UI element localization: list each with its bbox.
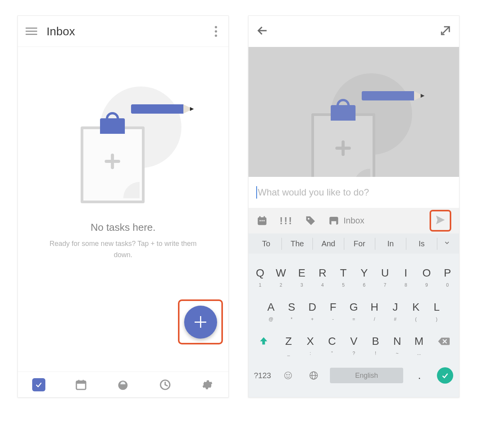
svg-line-8 — [443, 27, 450, 34]
key-backspace[interactable] — [430, 325, 457, 358]
svg-rect-2 — [78, 380, 79, 382]
add-task-button[interactable] — [184, 306, 217, 339]
empty-illustration — [73, 97, 174, 198]
key-language[interactable] — [301, 359, 326, 392]
list-option-label: Inbox — [343, 216, 364, 226]
svg-point-20 — [285, 372, 292, 379]
nav-calendar[interactable] — [73, 377, 89, 393]
key-p[interactable]: P0 — [437, 257, 457, 289]
key-c[interactable]: C" — [321, 325, 342, 358]
empty-title: No tasks here. — [91, 221, 156, 233]
send-button[interactable] — [435, 214, 446, 227]
svg-point-15 — [308, 218, 310, 220]
key-r[interactable]: R4 — [312, 257, 333, 289]
empty-subtitle: Ready for some new tasks? Tap + to write… — [46, 238, 201, 261]
screen-inbox-empty: Inbox No tasks here. Ready for some new … — [17, 16, 229, 398]
svg-rect-17 — [331, 221, 337, 225]
key-n[interactable]: N~ — [387, 325, 408, 358]
keyboard-suggestions: To The And For In Is — [249, 233, 459, 254]
suggestion[interactable]: Is — [406, 238, 437, 250]
svg-point-12 — [263, 220, 265, 221]
key-y[interactable]: Y6 — [354, 257, 375, 289]
key-f[interactable]: F- — [323, 291, 343, 323]
key-z[interactable]: Z_ — [278, 325, 299, 358]
nav-history[interactable] — [157, 377, 173, 393]
suggestion[interactable]: The — [282, 238, 313, 250]
top-bar — [249, 16, 459, 47]
key-symbols[interactable]: ?123 — [250, 359, 275, 392]
key-s[interactable]: S* — [281, 291, 301, 323]
keyboard: Q1W2E3R4T5Y6U7I8O9P0 A@S*D+F-G=H/J#K(L) … — [249, 254, 459, 397]
list-option[interactable]: Inbox — [328, 215, 364, 227]
key-o[interactable]: O9 — [417, 257, 437, 289]
priority-option[interactable]: !!! — [280, 215, 293, 227]
pencil-icon — [131, 104, 197, 114]
key-d[interactable]: D+ — [302, 291, 322, 323]
dimmed-background — [249, 47, 459, 177]
suggestion-more[interactable] — [437, 239, 457, 248]
key-e[interactable]: E3 — [292, 257, 312, 289]
tag-option[interactable] — [305, 215, 316, 227]
plus-icon — [195, 316, 206, 328]
key-j[interactable]: J# — [385, 291, 405, 323]
space-label: English — [330, 368, 403, 383]
suggestion[interactable]: To — [251, 238, 282, 250]
svg-rect-14 — [264, 216, 265, 218]
expand-icon[interactable] — [440, 25, 451, 38]
bottom-nav — [18, 372, 228, 397]
key-shift[interactable] — [250, 325, 277, 358]
task-input-row — [249, 177, 459, 208]
task-input[interactable] — [258, 187, 451, 198]
svg-point-11 — [261, 220, 263, 221]
text-cursor — [256, 186, 257, 199]
key-g[interactable]: G= — [344, 291, 364, 323]
top-bar: Inbox — [18, 16, 228, 47]
key-b[interactable]: B! — [365, 325, 386, 358]
svg-point-21 — [287, 374, 287, 375]
nav-settings[interactable] — [200, 377, 215, 393]
empty-state: No tasks here. Ready for some new tasks?… — [18, 47, 228, 372]
highlight-add-task — [178, 299, 223, 344]
screen-add-task: !!! Inbox To The And For In Is Q1W2E3R4T… — [248, 16, 459, 398]
key-w[interactable]: W2 — [271, 257, 291, 289]
key-k[interactable]: K( — [406, 291, 426, 323]
key-h[interactable]: H/ — [364, 291, 384, 323]
key-emoji[interactable] — [276, 359, 300, 392]
svg-rect-3 — [83, 380, 84, 382]
task-options-row: !!! Inbox — [249, 208, 459, 233]
clipboard-icon — [81, 126, 145, 203]
menu-icon[interactable] — [26, 26, 37, 37]
key-l[interactable]: L) — [427, 291, 447, 323]
key-q[interactable]: Q1 — [250, 257, 270, 289]
key-u[interactable]: U7 — [375, 257, 395, 289]
key-v[interactable]: V? — [343, 325, 364, 358]
key-m[interactable]: M... — [409, 325, 430, 358]
key-enter[interactable] — [433, 359, 457, 392]
highlight-send-task — [430, 210, 451, 232]
page-title: Inbox — [47, 25, 75, 38]
key-i[interactable]: I8 — [396, 257, 416, 289]
key-x[interactable]: X: — [300, 325, 321, 358]
svg-rect-13 — [259, 216, 261, 218]
svg-point-22 — [289, 374, 290, 375]
svg-rect-1 — [76, 381, 86, 384]
date-option[interactable] — [256, 215, 268, 227]
more-icon[interactable] — [211, 26, 221, 37]
back-button[interactable] — [256, 24, 269, 38]
suggestion[interactable]: For — [344, 238, 375, 250]
nav-lists[interactable] — [115, 377, 131, 393]
suggestion[interactable]: In — [375, 238, 406, 250]
key-a[interactable]: A@ — [261, 291, 281, 323]
key-space[interactable]: English — [327, 359, 406, 392]
key-t[interactable]: T5 — [333, 257, 354, 289]
suggestion[interactable]: And — [313, 238, 344, 250]
svg-point-10 — [259, 220, 261, 221]
nav-tasks[interactable] — [31, 377, 47, 393]
key-period[interactable]: . — [407, 359, 432, 392]
